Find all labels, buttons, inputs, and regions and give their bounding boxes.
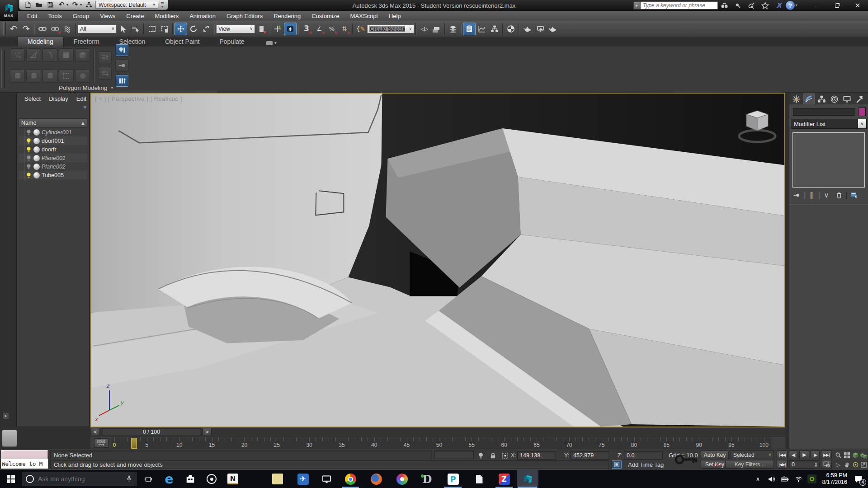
previous-frame-button[interactable]: <: [91, 428, 100, 436]
taskbar-chrome-icon[interactable]: [340, 470, 360, 488]
angle-snap-button[interactable]: ∠∪: [313, 23, 326, 35]
scene-object-row[interactable]: doorfr: [19, 145, 87, 154]
exchange-apps-icon[interactable]: X: [772, 0, 786, 10]
menu-item[interactable]: Graph Editors: [221, 13, 268, 19]
window-crossing-toggle-button[interactable]: [158, 23, 171, 35]
material-editor-button[interactable]: [505, 23, 517, 35]
zoom-extents-button[interactable]: [851, 451, 859, 459]
microphone-icon[interactable]: [126, 475, 132, 483]
x-coordinate-field[interactable]: 149.138: [517, 451, 556, 460]
sphere-soft-selection-button[interactable]: [75, 69, 90, 83]
z-coordinate-field[interactable]: 0.0: [624, 451, 663, 460]
preserve-uvs-button[interactable]: [26, 69, 41, 83]
undo-button[interactable]: ↶: [7, 23, 20, 35]
menu-item[interactable]: Create: [121, 13, 149, 19]
render-setup-button[interactable]: [521, 23, 533, 35]
tab-display[interactable]: [841, 94, 853, 104]
select-and-scale-button[interactable]: [200, 23, 212, 35]
scene-object-row[interactable]: Cylinder001: [19, 128, 87, 136]
vertex-subobject-button[interactable]: [10, 48, 25, 62]
visibility-bulb-icon[interactable]: [25, 172, 33, 178]
menu-item[interactable]: Customize: [306, 13, 344, 19]
play-animation-button[interactable]: ▶: [799, 450, 809, 459]
qat-customize-icon[interactable]: ≡ ▾: [160, 1, 164, 9]
visibility-bulb-icon[interactable]: [25, 137, 33, 144]
viewport-label[interactable]: [ + ] [ Perspective ] [ Realistic ]: [95, 95, 182, 102]
adaptive-degradation-bulb-icon[interactable]: [476, 451, 485, 460]
action-center-icon[interactable]: 4: [852, 473, 865, 485]
render-production-button[interactable]: [546, 23, 559, 35]
menu-item[interactable]: Edit: [22, 13, 42, 19]
scene-explorer-menu-item[interactable]: Edit: [72, 95, 90, 102]
battery-icon[interactable]: [779, 474, 790, 484]
help-icon[interactable]: ?: [786, 1, 795, 10]
scene-explorer-menu-item[interactable]: Select: [20, 95, 45, 102]
taskbar-performance-icon[interactable]: [316, 470, 336, 488]
save-file-icon[interactable]: [46, 1, 55, 9]
search-go-icon[interactable]: ▸: [633, 1, 640, 9]
scene-object-row[interactable]: Plane002: [19, 162, 87, 171]
go-to-end-button[interactable]: ▶▶|: [821, 450, 832, 459]
show-end-result-toggle-button[interactable]: [115, 44, 129, 56]
license-key-icon[interactable]: [731, 0, 745, 10]
toolbar-drag-handle[interactable]: [3, 23, 6, 35]
spinner-snap-button[interactable]: ⇅∪: [338, 23, 351, 35]
volume-icon[interactable]: [766, 474, 777, 484]
selection-lock-icon[interactable]: [488, 451, 497, 460]
tray-chevron-up-icon[interactable]: ∧: [752, 474, 763, 484]
mirror-button[interactable]: ◁▷: [418, 23, 430, 35]
taskbar-zbrush-icon[interactable]: Z: [494, 470, 514, 488]
menu-item[interactable]: Help: [383, 13, 406, 19]
menu-item[interactable]: Modifiers: [149, 13, 184, 19]
visibility-bulb-icon[interactable]: [25, 155, 33, 161]
object-name-field[interactable]: [793, 108, 855, 116]
project-toolbar-icon[interactable]: [84, 1, 93, 9]
taskbar-xplane-icon[interactable]: ✈: [293, 470, 313, 488]
task-view-button[interactable]: [138, 470, 158, 488]
named-selection-sets-dropdown[interactable]: Create Selection Se ∨: [367, 24, 414, 33]
menu-item[interactable]: Tools: [42, 13, 67, 19]
select-by-name-button[interactable]: ≡: [129, 23, 142, 35]
previous-frame-button[interactable]: ◀|: [789, 450, 798, 459]
time-slider-track[interactable]: 0510152025303540455055606570758085909510…: [111, 437, 771, 449]
select-and-manipulate-button[interactable]: [271, 23, 284, 35]
orbit-button[interactable]: [851, 460, 859, 469]
wifi-icon[interactable]: [793, 474, 804, 484]
modifier-list-dropdown[interactable]: Modifier List ∨: [791, 119, 867, 129]
visibility-bulb-icon[interactable]: [25, 163, 33, 170]
open-file-icon[interactable]: [34, 1, 43, 9]
go-to-start-button[interactable]: |◀◀: [777, 450, 788, 459]
modifier-stack[interactable]: [793, 132, 865, 188]
dock-corner-button[interactable]: [2, 430, 17, 447]
start-button[interactable]: [0, 470, 22, 488]
help-dropdown-icon[interactable]: ▾: [796, 4, 797, 7]
edit-poly-mode-button[interactable]: [10, 69, 25, 83]
zoom-all-button[interactable]: [843, 451, 851, 459]
keyboard-shortcut-override-button[interactable]: [284, 23, 297, 35]
remove-modifier-button[interactable]: [834, 190, 844, 200]
select-and-link-button[interactable]: [36, 23, 49, 35]
align-button[interactable]: [430, 23, 443, 35]
key-mode-toggle-button[interactable]: |◀▶|: [777, 460, 788, 469]
next-frame-button[interactable]: |▶: [811, 450, 820, 459]
maxscript-mini-listener[interactable]: Welcome to M: [1, 459, 48, 469]
next-frame-button[interactable]: >: [203, 428, 212, 436]
tab-create[interactable]: [790, 94, 802, 104]
taskbar-media-icon[interactable]: [392, 470, 412, 488]
application-menu-button[interactable]: MAX: [0, 0, 18, 21]
taskbar-store-icon[interactable]: [180, 470, 200, 488]
menu-item[interactable]: Group: [67, 13, 94, 19]
redo-icon[interactable]: ↷: [71, 1, 80, 9]
set-keys-key-icon[interactable]: [675, 450, 699, 469]
tweak-button[interactable]: [42, 69, 57, 83]
toggle-scene-explorer-button[interactable]: [463, 23, 476, 35]
close-button[interactable]: ×: [847, 0, 868, 11]
ribbon-minimize-icon[interactable]: ▾: [266, 41, 277, 45]
time-slider-handle[interactable]: [131, 438, 137, 449]
visibility-bulb-icon[interactable]: [25, 129, 33, 136]
configure-modifier-sets-button[interactable]: [849, 190, 859, 200]
redo-button[interactable]: ↷: [20, 23, 33, 35]
overflow-chevrons-icon[interactable]: »: [83, 104, 86, 110]
select-and-move-button[interactable]: [175, 23, 187, 35]
next-modifier-button[interactable]: [98, 67, 112, 80]
